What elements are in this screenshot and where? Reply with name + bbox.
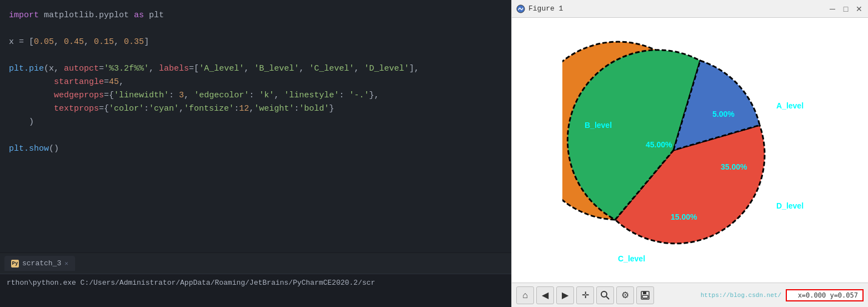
code-text: = [104,76,109,89]
pan-button[interactable]: ✛ [576,286,594,304]
terminal-area: rthon\python.exe C:/Users/Administrator/… [0,274,511,307]
zoom-icon [600,290,610,300]
forward-button[interactable]: ▶ [556,286,574,304]
url-bar: https://blog.csdn.net/ [696,292,781,299]
svg-rect-4 [643,291,646,294]
minimize-button[interactable]: ─ [828,4,837,13]
code-text: : [339,89,349,102]
code-text: () [49,142,59,156]
code-param: startangle [54,76,104,89]
code-string: 'k' [259,89,274,102]
code-text: }, [369,89,379,102]
configure-button[interactable]: ⚙ [616,286,634,304]
code-line: plt.show() [9,142,511,156]
keyword: import [9,9,39,22]
code-number: 0.35 [124,36,144,49]
code-string: '-.' [349,89,369,102]
slice-label-a: A_level [776,101,804,110]
save-icon [640,290,650,300]
svg-line-2 [606,296,609,299]
code-number: 0.15 [94,36,114,49]
svg-point-1 [601,291,607,297]
code-param: wedgeprops [54,89,104,102]
figure-content: 45.00% 35.00% 15.00% 5.00% A_level B_lev… [512,18,868,283]
code-text: , [119,76,124,89]
code-param: autopct [64,62,99,76]
code-text: , [184,89,194,102]
tab-close-button[interactable]: ✕ [64,260,68,267]
slice-label-c-pct: 15.00% [671,212,697,221]
code-text: : [144,102,149,116]
svg-rect-5 [642,295,648,298]
code-text: ] [144,36,149,49]
code-string: 'D_level' [364,62,409,76]
home-button[interactable]: ⌂ [516,286,534,304]
code-number: 45 [109,76,119,89]
slice-label-a-pct: 5.00% [712,110,735,118]
zoom-button[interactable] [596,286,614,304]
code-line [9,22,511,36]
code-text: , [299,62,309,76]
slice-label-c: C_level [618,254,645,263]
editor-tab[interactable]: Py scratch_3 ✕ [4,256,75,271]
save-button[interactable] [636,286,654,304]
code-function: plt.pie [9,62,44,76]
figure-title: Figure 1 [528,4,563,13]
code-text: ={ [104,89,114,102]
code-text: , [84,36,94,49]
figure-title-left: Figure 1 [516,4,563,13]
code-param: labels [159,62,189,76]
code-text: ={ [99,102,109,116]
code-string: 'A_level' [199,62,244,76]
code-string: 'cyan' [149,102,179,116]
code-string: 'linewidth' [114,89,169,102]
code-string: 'edgecolor' [194,89,249,102]
editor-panel: import matplotlib.pyplot as plt x = [0.0… [0,0,511,307]
code-text [9,89,54,102]
status-bar: x=0.000 y=0.057 [786,289,864,301]
code-line: import matplotlib.pyplot as plt [9,9,511,22]
close-button[interactable]: ✕ [855,4,864,13]
code-string: 'C_level' [309,62,354,76]
code-line: plt.pie(x, autopct='%3.2f%%', labels=['A… [9,62,511,76]
code-string: 'weight' [254,102,294,116]
code-text: , [244,62,254,76]
code-string: 'bold' [299,102,329,116]
toolbar-left: ⌂ ◀ ▶ ✛ ⚙ [516,286,654,304]
code-text: , [249,102,254,116]
slice-label-b: B_level [585,121,612,130]
maximize-button[interactable]: □ [841,4,850,13]
code-text: , [54,36,64,49]
code-line [9,49,511,62]
tab-label: scratch_3 [22,259,61,268]
code-text: matplotlib.pyplot [39,9,134,22]
slice-label-d-pct: 35.00% [721,162,747,171]
code-text: plt [144,9,164,22]
code-number: 3 [179,89,184,102]
slice-label-b-pct: 45.00% [646,140,672,149]
code-text: : [234,102,239,116]
code-number: 0.45 [64,36,84,49]
matplotlib-icon [516,4,525,13]
code-number: 0.05 [34,36,54,49]
back-button[interactable]: ◀ [536,286,554,304]
terminal-text: rthon\python.exe C:/Users/Administrator/… [7,279,375,287]
code-area: import matplotlib.pyplot as plt x = [0.0… [0,0,511,252]
code-text: : [294,102,299,116]
tab-icon: Py [11,260,19,268]
code-text: : [249,89,259,102]
code-text: ) [9,116,34,129]
code-text: , [179,102,184,116]
code-function: plt.show [9,142,49,156]
code-text: } [329,102,334,116]
code-text: = [99,62,104,76]
code-param: textprops [54,102,99,116]
code-string: '%3.2f%%' [104,62,149,76]
code-text: : [169,89,179,102]
code-text: (x, [44,62,64,76]
code-text [9,76,54,89]
slice-label-d: D_level [776,201,804,210]
code-line [9,129,511,142]
code-line: startangle=45, [9,76,511,89]
code-string: 'fontsize' [184,102,234,116]
